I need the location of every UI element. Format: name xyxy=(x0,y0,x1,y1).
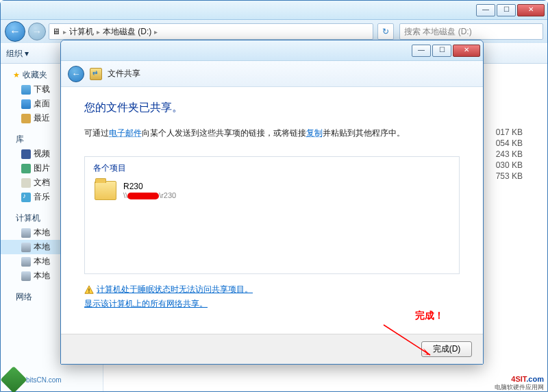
sidebar-item-label: 文档 xyxy=(34,177,50,188)
dialog-heading: 您的文件夹已共享。 xyxy=(84,101,460,115)
dialog-titlebar: — ☐ ✕ xyxy=(61,40,483,61)
sidebar-item-label: 本地 xyxy=(34,256,50,267)
sidebar-item-label: 视频 xyxy=(34,148,50,160)
sleep-warning-link[interactable]: ! 计算机处于睡眠状态时无法访问共享项目。 xyxy=(84,284,460,295)
sidebar-item-label: 计算机 xyxy=(16,212,40,224)
refresh-button[interactable]: ↻ xyxy=(377,23,394,40)
shared-items-box: 各个项目 R230 \\\r230 xyxy=(84,156,460,274)
minimize-button[interactable]: — xyxy=(476,4,495,16)
dialog-header: ← 文件共享 xyxy=(61,61,483,87)
sidebar-item-label: 下载 xyxy=(34,84,50,95)
warning-icon: ! xyxy=(84,285,94,295)
items-header: 各个项目 xyxy=(93,162,451,178)
watermark-bottom-left: bitsCN.com xyxy=(4,370,62,389)
sidebar-item-label: 桌面 xyxy=(34,98,50,110)
drive-icon xyxy=(21,257,31,267)
shared-item-path: \\\r230 xyxy=(123,191,176,199)
dialog-body: 您的文件夹已共享。 可通过电子邮件向某个人发送到这些共享项的链接，或将链接复制并… xyxy=(61,87,483,319)
dialog-maximize-button[interactable]: ☐ xyxy=(432,45,451,57)
drive-icon xyxy=(21,243,31,252)
svg-text:!: ! xyxy=(88,287,90,294)
watermark-bottom-right: 4SIT.com 电脑软硬件应用网 xyxy=(495,376,544,391)
text: \r230 xyxy=(159,191,176,199)
search-placeholder: 搜索 本地磁盘 (D:) xyxy=(404,26,472,38)
share-folder-icon xyxy=(90,68,102,80)
dialog-minimize-button[interactable]: — xyxy=(412,45,431,57)
email-link[interactable]: 电子邮件 xyxy=(109,128,142,138)
sidebar-item-label: 图片 xyxy=(34,162,50,174)
logo-icon xyxy=(0,366,27,392)
dialog-close-button[interactable]: ✕ xyxy=(453,45,480,57)
shared-item-row[interactable]: R230 \\\r230 xyxy=(93,178,451,203)
recent-icon xyxy=(21,114,31,123)
sidebar-item-label: 本地 xyxy=(34,270,50,282)
done-button[interactable]: 完成(D) xyxy=(421,341,472,357)
dialog-description: 可通过电子邮件向某个人发送到这些共享项的链接，或将链接复制并粘贴到其他程序中。 xyxy=(84,126,460,140)
breadcrumb[interactable]: 🖥 ▸ 计算机 ▸ 本地磁盘 (D:) ▸ xyxy=(49,23,373,40)
text: 并粘贴到其他程序中。 xyxy=(323,128,405,138)
organize-label: 组织 ▾ xyxy=(6,48,29,60)
dialog-links: ! 计算机处于睡眠状态时无法访问共享项目。 显示该计算机上的所有网络共享。 xyxy=(84,284,460,310)
watermark-subtext: 电脑软硬件应用网 xyxy=(495,384,544,391)
watermark-text: .com xyxy=(526,375,544,383)
sidebar-item-label: 本地 xyxy=(34,227,50,238)
annotation-text: 完成！ xyxy=(415,310,444,322)
music-icon xyxy=(21,193,31,202)
dialog-footer: 完成(D) xyxy=(61,334,483,364)
watermark-text: 4SIT xyxy=(511,375,526,383)
nav-forward-button[interactable]: → xyxy=(28,23,46,40)
nav-back-button[interactable]: ← xyxy=(5,21,25,42)
search-input[interactable]: 搜索 本地磁盘 (D:) xyxy=(399,23,543,40)
text: 向某个人发送到这些共享项的链接，或将链接 xyxy=(142,128,306,138)
breadcrumb-drive[interactable]: 本地磁盘 (D:) xyxy=(103,26,151,38)
maximize-button[interactable]: ☐ xyxy=(497,4,516,16)
drive-icon xyxy=(21,271,31,281)
watermark-text: bitsCN.com xyxy=(26,376,62,384)
folder-icon xyxy=(95,181,116,200)
picture-icon xyxy=(21,164,31,173)
show-all-shares-link[interactable]: 显示该计算机上的所有网络共享。 xyxy=(84,298,460,310)
text: 可通过 xyxy=(84,128,109,138)
sidebar-item-label: 最近 xyxy=(34,112,50,124)
document-icon xyxy=(21,178,31,188)
download-icon xyxy=(21,85,31,95)
sidebar-item-label: 库 xyxy=(16,134,24,145)
redacted-hostname xyxy=(127,193,159,199)
sidebar-item-label: 本地 xyxy=(34,241,50,253)
drive-icon xyxy=(21,228,31,238)
organize-dropdown[interactable]: 组织 ▾ xyxy=(6,48,29,60)
explorer-titlebar: — ☐ ✕ xyxy=(1,1,547,20)
sidebar-item-label: 音乐 xyxy=(34,191,50,203)
copy-link[interactable]: 复制 xyxy=(306,128,323,138)
breadcrumb-computer[interactable]: 计算机 xyxy=(69,26,94,38)
shared-item-name: R230 xyxy=(123,182,176,191)
desktop-icon xyxy=(21,99,31,109)
link-label: 计算机处于睡眠状态时无法访问共享项目。 xyxy=(97,284,253,294)
breadcrumb-icon: 🖥 xyxy=(52,27,60,36)
dialog-back-button[interactable]: ← xyxy=(68,66,84,82)
close-button[interactable]: ✕ xyxy=(517,4,545,16)
dialog-header-title: 文件共享 xyxy=(108,68,140,79)
video-icon xyxy=(21,149,31,159)
sidebar-item-label: 网络 xyxy=(16,291,32,303)
